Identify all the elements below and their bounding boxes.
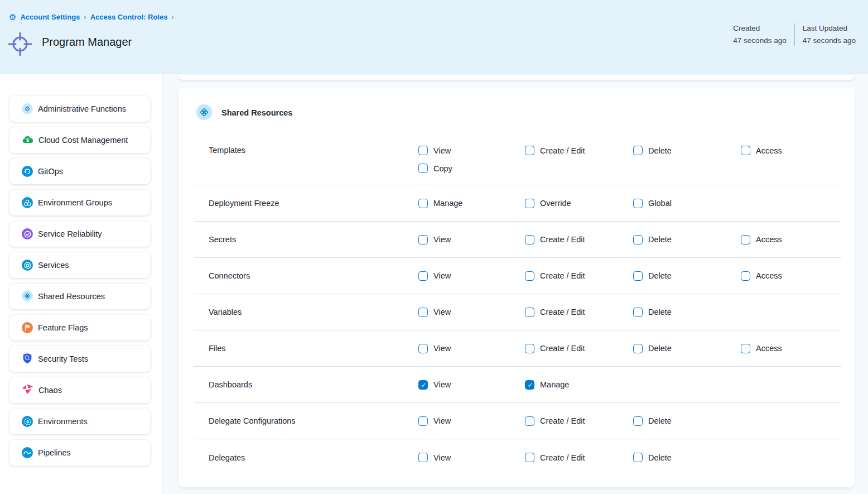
gear-icon: ⚙ — [9, 13, 16, 21]
role-meta: Created 47 seconds ago Last Updated 47 s… — [725, 22, 864, 47]
checkbox-icon[interactable] — [418, 416, 428, 426]
sidebar-item-services[interactable]: Services — [9, 252, 150, 278]
shared-resources-diamond-icon — [22, 290, 33, 303]
dashboards-manage-checkbox[interactable]: Manage — [525, 380, 633, 390]
checkbox-icon[interactable] — [418, 235, 428, 244]
checkbox-icon[interactable] — [741, 271, 750, 281]
breadcrumb-account-settings[interactable]: Account Settings — [20, 13, 80, 21]
sidebar-item-service-reliability[interactable]: Service Reliability — [9, 221, 150, 247]
checkbox-icon[interactable] — [741, 235, 750, 244]
sidebar-item-shared-resources[interactable]: Shared Resources — [9, 284, 150, 309]
delegates-view-checkbox[interactable]: View — [418, 453, 525, 462]
files-delete-checkbox[interactable]: Delete — [633, 344, 741, 353]
resource-label: Delegates — [194, 453, 418, 462]
previous-section-card-edge — [179, 75, 855, 80]
chevron-right-icon: › — [171, 13, 173, 21]
permission-row-deployment-freeze: Deployment Freeze Manage Override Global — [194, 185, 841, 222]
checkbox-icon[interactable] — [741, 344, 750, 353]
variables-create-edit-checkbox[interactable]: Create / Edit — [525, 308, 633, 317]
checkbox-icon[interactable] — [633, 344, 643, 353]
checkbox-icon[interactable] — [525, 271, 534, 281]
deployment-freeze-override-checkbox[interactable]: Override — [525, 199, 633, 208]
sidebar-item-environments[interactable]: $ Environments — [9, 409, 150, 434]
files-access-checkbox[interactable]: Access — [741, 344, 841, 353]
delegate-configurations-delete-checkbox[interactable]: Delete — [633, 416, 741, 426]
connectors-access-checkbox[interactable]: Access — [741, 271, 841, 281]
sidebar-item-environment-groups[interactable]: Environment Groups — [9, 190, 150, 215]
created-meta: Created 47 seconds ago — [725, 22, 794, 47]
resource-label: Deployment Freeze — [194, 199, 418, 208]
variables-delete-checkbox[interactable]: Delete — [633, 308, 741, 317]
delegate-configurations-view-checkbox[interactable]: View — [418, 416, 525, 426]
environment-groups-icon — [22, 197, 33, 208]
checkbox-icon[interactable] — [418, 146, 428, 155]
checkbox-icon[interactable] — [525, 235, 534, 244]
dashboards-view-checkbox[interactable]: View — [418, 380, 525, 390]
templates-create-edit-checkbox[interactable]: Create / Edit — [525, 146, 633, 155]
checkbox-icon[interactable] — [633, 453, 643, 462]
checkbox-icon[interactable] — [633, 308, 643, 317]
sidebar-item-cloud-cost-management[interactable]: $ Cloud Cost Management — [9, 127, 150, 153]
checkbox-icon[interactable] — [418, 199, 428, 208]
services-target-icon — [22, 260, 33, 271]
gear-icon: ⚙ — [22, 103, 33, 114]
sidebar-item-administrative-functions[interactable]: ⚙ Administrative Functions — [9, 96, 150, 122]
checkbox-icon[interactable] — [418, 344, 428, 353]
service-reliability-icon — [22, 228, 33, 239]
checkbox-icon[interactable] — [525, 344, 534, 353]
checkbox-icon[interactable] — [633, 146, 643, 155]
secrets-delete-checkbox[interactable]: Delete — [633, 235, 741, 244]
cloud-dollar-icon: $ — [22, 135, 33, 146]
checkbox-icon[interactable] — [418, 164, 428, 173]
deployment-freeze-manage-checkbox[interactable]: Manage — [418, 199, 525, 208]
resource-label: Connectors — [194, 271, 418, 280]
checkbox-icon[interactable] — [741, 146, 750, 155]
files-view-checkbox[interactable]: View — [418, 344, 525, 353]
breadcrumb-access-control-roles[interactable]: Access Control: Roles — [90, 13, 168, 21]
delegates-create-edit-checkbox[interactable]: Create / Edit — [525, 453, 633, 462]
sidebar-item-feature-flags[interactable]: Feature Flags — [9, 315, 150, 340]
checkbox-icon[interactable] — [525, 380, 534, 390]
checkbox-icon[interactable] — [633, 416, 643, 426]
shared-resources-card: Shared Resources Templates View Copy Cre… — [179, 88, 855, 487]
checkbox-icon[interactable] — [525, 453, 534, 462]
checkbox-icon[interactable] — [633, 199, 643, 208]
files-create-edit-checkbox[interactable]: Create / Edit — [525, 344, 633, 353]
last-updated-meta: Last Updated 47 seconds ago — [795, 22, 864, 47]
templates-delete-checkbox[interactable]: Delete — [633, 146, 741, 155]
templates-copy-checkbox[interactable]: Copy — [418, 164, 525, 173]
permission-row-variables: Variables View Create / Edit Delete — [194, 294, 841, 330]
created-label: Created — [733, 22, 786, 35]
checkbox-icon[interactable] — [418, 453, 428, 462]
checkbox-icon[interactable] — [525, 416, 534, 426]
chaos-pinwheel-icon — [22, 384, 33, 396]
checkbox-icon[interactable] — [525, 308, 534, 317]
sidebar-item-security-tests[interactable]: Security Tests — [9, 346, 150, 372]
chevron-right-icon: › — [84, 13, 86, 21]
checkbox-icon[interactable] — [633, 271, 643, 281]
sidebar-item-pipelines[interactable]: Pipelines — [9, 440, 150, 466]
templates-view-checkbox[interactable]: View — [418, 146, 525, 155]
checkbox-icon[interactable] — [418, 380, 428, 390]
secrets-create-edit-checkbox[interactable]: Create / Edit — [525, 235, 633, 244]
templates-access-checkbox[interactable]: Access — [741, 146, 841, 155]
delegate-configurations-create-edit-checkbox[interactable]: Create / Edit — [525, 416, 633, 426]
secrets-access-checkbox[interactable]: Access — [741, 235, 841, 244]
checkbox-icon[interactable] — [525, 146, 534, 155]
secrets-view-checkbox[interactable]: View — [418, 235, 525, 244]
checkbox-icon[interactable] — [418, 271, 428, 281]
deployment-freeze-global-checkbox[interactable]: Global — [633, 199, 741, 208]
templates-view-copy-cell: View Copy — [418, 146, 525, 173]
connectors-create-edit-checkbox[interactable]: Create / Edit — [525, 271, 633, 281]
connectors-view-checkbox[interactable]: View — [418, 271, 525, 281]
checkbox-icon[interactable] — [418, 308, 428, 317]
checkbox-icon[interactable] — [633, 235, 643, 244]
sidebar-item-chaos[interactable]: Chaos — [9, 377, 150, 403]
connectors-delete-checkbox[interactable]: Delete — [633, 271, 741, 281]
delegates-delete-checkbox[interactable]: Delete — [633, 453, 741, 462]
section-header: Shared Resources — [196, 105, 855, 121]
checkbox-icon[interactable] — [525, 199, 534, 208]
sidebar-item-gitops[interactable]: GitOps — [9, 159, 150, 184]
variables-view-checkbox[interactable]: View — [418, 308, 525, 317]
permission-row-files: Files View Create / Edit Delete Access — [194, 330, 841, 367]
